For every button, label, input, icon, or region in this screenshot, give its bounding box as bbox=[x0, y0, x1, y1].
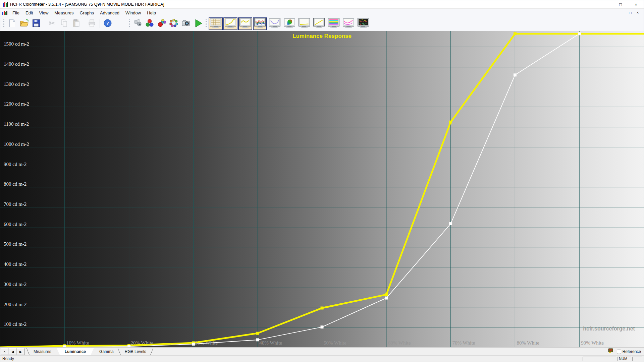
tab-luminance[interactable]: Luminance bbox=[57, 348, 94, 355]
svg-text:60% White: 60% White bbox=[388, 340, 411, 346]
new-document-button[interactable] bbox=[6, 18, 18, 30]
measures-table-view-button[interactable] bbox=[209, 17, 223, 30]
cie-chart-view-icon bbox=[283, 18, 296, 29]
svg-text:70% White: 70% White bbox=[452, 340, 475, 346]
num-lock-indicator: NUM bbox=[617, 357, 631, 361]
svg-text:50% White: 50% White bbox=[324, 340, 346, 346]
menu-help[interactable]: Help bbox=[144, 9, 159, 16]
toolbar-separator bbox=[44, 19, 44, 28]
svg-text:1300 cd m-2: 1300 cd m-2 bbox=[4, 81, 29, 87]
paste-icon bbox=[71, 18, 81, 29]
spectrum-view-button[interactable] bbox=[327, 17, 341, 30]
run-measures-button[interactable] bbox=[192, 18, 204, 30]
snapshot-camera-button[interactable] bbox=[180, 18, 192, 30]
color-temperature-view-icon bbox=[268, 18, 281, 29]
noise-view-button[interactable] bbox=[356, 17, 370, 30]
color-temperature-view-button[interactable] bbox=[268, 17, 282, 30]
svg-text:90% White: 90% White bbox=[581, 340, 604, 346]
saturation-view-icon bbox=[342, 18, 355, 29]
view-tab-bar: ×◀▶ MeasuresLuminanceGammaRGB Levels Ref… bbox=[0, 347, 644, 355]
rgb-levels-view-button[interactable] bbox=[253, 17, 267, 30]
svg-text:1100 cd m-2: 1100 cd m-2 bbox=[4, 121, 29, 127]
toolbar-separator bbox=[100, 19, 100, 28]
tab-gamma[interactable]: Gamma bbox=[94, 348, 119, 355]
menu-view[interactable]: View bbox=[36, 9, 51, 16]
print-icon bbox=[87, 18, 97, 29]
continuous-measures-button[interactable] bbox=[168, 18, 179, 30]
svg-text:✂: ✂ bbox=[49, 19, 55, 27]
new-document-icon bbox=[7, 18, 17, 29]
open-file-button[interactable] bbox=[18, 18, 30, 30]
free-measures-icon bbox=[157, 18, 167, 29]
luminance-view-icon bbox=[224, 18, 237, 29]
svg-text:1400 cd m-2: 1400 cd m-2 bbox=[4, 61, 29, 67]
svg-text:40% White: 40% White bbox=[259, 340, 282, 346]
menu-advanced[interactable]: Advanced bbox=[97, 9, 122, 16]
menu-window[interactable]: Window bbox=[122, 9, 144, 16]
menu-file[interactable]: File bbox=[9, 9, 22, 16]
svg-text:200 cd m-2: 200 cd m-2 bbox=[4, 302, 26, 307]
save-file-button[interactable] bbox=[31, 18, 42, 30]
saturation-view-button[interactable] bbox=[341, 17, 356, 30]
gamma-view-icon bbox=[239, 18, 252, 29]
paste-button[interactable] bbox=[70, 18, 82, 30]
display-colors-button[interactable] bbox=[144, 18, 155, 30]
toolbar-separator bbox=[84, 19, 84, 28]
cut-button[interactable]: ✂ bbox=[46, 18, 58, 30]
window-title: HCFR Colorimeter - 3.5.1.4 - [SAMSUNG 75… bbox=[10, 2, 164, 7]
free-measures-button[interactable] bbox=[156, 18, 167, 30]
sensor-status-icon bbox=[608, 348, 613, 355]
snapshot-camera-icon bbox=[181, 18, 191, 29]
maximize-button[interactable]: □ bbox=[613, 0, 628, 8]
toolbar-grip bbox=[206, 19, 207, 28]
copy-button[interactable] bbox=[58, 18, 70, 30]
watermark: hcfr.sourceforge.net bbox=[583, 326, 635, 331]
menu-edit[interactable]: Edit bbox=[22, 9, 36, 16]
scroll-tabs-right-button[interactable]: ▶ bbox=[17, 348, 24, 355]
tab-rgb-levels[interactable]: RGB Levels bbox=[119, 348, 152, 355]
luminance-response-chart: 100 cd m-2200 cd m-2300 cd m-2400 cd m-2… bbox=[0, 31, 644, 347]
copy-icon bbox=[59, 18, 69, 29]
tab-measures[interactable]: Measures bbox=[28, 348, 57, 355]
minimize-button[interactable]: – bbox=[597, 0, 613, 8]
mdi-close-button[interactable]: × bbox=[634, 10, 641, 16]
mdi-child-icon bbox=[2, 10, 7, 15]
svg-text:80% White: 80% White bbox=[517, 340, 539, 346]
mdi-restore-button[interactable]: □ bbox=[627, 10, 634, 16]
help-button[interactable]: ? bbox=[102, 18, 113, 30]
status-bar: Ready NUM bbox=[0, 355, 644, 362]
run-measures-icon bbox=[193, 18, 203, 29]
close-button[interactable]: × bbox=[628, 0, 644, 8]
reference-checkbox-label: Reference bbox=[623, 349, 641, 354]
luminance-view-button[interactable] bbox=[223, 17, 237, 30]
svg-text:400 cd m-2: 400 cd m-2 bbox=[4, 261, 26, 267]
mdi-minimize-button[interactable]: – bbox=[620, 10, 626, 16]
gamma-view-button[interactable] bbox=[238, 17, 252, 30]
svg-text:1000 cd m-2: 1000 cd m-2 bbox=[4, 141, 29, 147]
rgb-levels-view-icon bbox=[254, 18, 266, 29]
cie-chart-view-button[interactable] bbox=[282, 17, 297, 30]
svg-text:700 cd m-2: 700 cd m-2 bbox=[4, 201, 26, 207]
save-file-icon bbox=[31, 18, 41, 29]
svg-text:1500 cd m-2: 1500 cd m-2 bbox=[4, 41, 29, 47]
spectrum-view-icon bbox=[327, 18, 340, 29]
open-file-icon bbox=[19, 18, 29, 29]
status-message: Ready bbox=[2, 356, 14, 361]
svg-text:10% White: 10% White bbox=[66, 340, 89, 346]
svg-text:100 cd m-2: 100 cd m-2 bbox=[4, 321, 26, 327]
continuous-measures-icon bbox=[169, 18, 179, 29]
contrast-view-button[interactable] bbox=[297, 17, 311, 30]
menu-graphs[interactable]: Graphs bbox=[76, 9, 97, 16]
menu-measures[interactable]: Measures bbox=[51, 9, 76, 16]
print-button[interactable] bbox=[86, 18, 98, 30]
scroll-tabs-left-button[interactable]: ◀ bbox=[9, 348, 16, 355]
reference-checkbox[interactable] bbox=[617, 350, 621, 354]
close-view-button[interactable]: × bbox=[1, 348, 8, 355]
contrast-view-icon bbox=[298, 18, 311, 29]
hcfr-colorimeter-window: HCFR Colorimeter - 3.5.1.4 - [SAMSUNG 75… bbox=[0, 0, 644, 362]
menu-bar: FileEditViewMeasuresGraphsAdvancedWindow… bbox=[0, 8, 644, 17]
help-icon: ? bbox=[103, 18, 113, 29]
chart-title: Luminance Response bbox=[292, 33, 352, 39]
sensor-configuration-button[interactable] bbox=[132, 18, 143, 30]
luminance-histogram-view-button[interactable] bbox=[312, 17, 326, 30]
